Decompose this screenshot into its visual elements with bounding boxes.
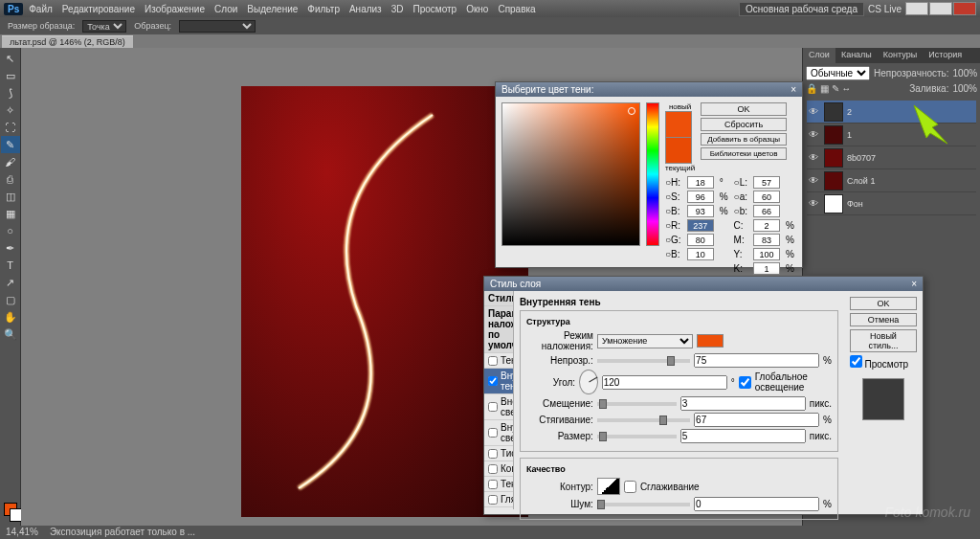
stamp-tool[interactable]: ⎙ bbox=[1, 170, 20, 188]
style-checkbox[interactable] bbox=[488, 428, 498, 438]
angle-input[interactable] bbox=[602, 375, 727, 390]
colorpicker-close-icon[interactable]: × bbox=[791, 84, 796, 95]
layer-name[interactable]: 1 bbox=[847, 130, 852, 140]
bv-input[interactable] bbox=[687, 248, 714, 260]
layer-row[interactable]: 👁Фон bbox=[807, 192, 976, 215]
style-item[interactable]: Контур bbox=[484, 461, 513, 477]
style-item[interactable]: Внешнее свечение bbox=[484, 394, 513, 420]
blur-tool[interactable]: ○ bbox=[1, 222, 20, 239]
color-libraries-button[interactable]: Библиотеки цветов bbox=[701, 147, 787, 160]
zoom-level[interactable]: 14,41% bbox=[6, 527, 38, 538]
zoom-tool[interactable]: 🔍 bbox=[1, 326, 20, 343]
contour-picker[interactable] bbox=[597, 478, 620, 495]
style-checkbox[interactable] bbox=[488, 356, 498, 366]
pen-tool[interactable]: ✒ bbox=[1, 239, 20, 257]
l-input[interactable] bbox=[753, 176, 780, 189]
colorpicker-cancel-button[interactable]: Сбросить bbox=[701, 118, 787, 131]
preview-checkbox[interactable]: Просмотр bbox=[850, 355, 917, 370]
antialias-checkbox[interactable] bbox=[624, 481, 636, 493]
visibility-icon[interactable]: 👁 bbox=[809, 152, 820, 164]
size-input[interactable] bbox=[680, 429, 806, 443]
style-checkbox[interactable] bbox=[488, 495, 498, 505]
sample-select[interactable] bbox=[179, 20, 256, 33]
style-item[interactable]: Текстура bbox=[484, 477, 513, 492]
maximize-button[interactable] bbox=[929, 2, 952, 15]
path-tool[interactable]: ↗ bbox=[1, 274, 20, 291]
tab-layers[interactable]: Слои bbox=[803, 48, 835, 63]
type-tool[interactable]: T bbox=[1, 257, 20, 274]
gradient-tool[interactable]: ▦ bbox=[1, 205, 20, 222]
m-input[interactable] bbox=[753, 234, 780, 246]
visibility-icon[interactable]: 👁 bbox=[809, 106, 820, 118]
colorpicker-ok-button[interactable]: OK bbox=[701, 102, 787, 116]
color-field[interactable] bbox=[501, 102, 640, 246]
menu-select[interactable]: Выделение bbox=[247, 4, 298, 14]
lasso-tool[interactable]: ⟆ bbox=[1, 84, 20, 101]
choke-input[interactable] bbox=[694, 413, 819, 427]
y-input[interactable] bbox=[753, 248, 780, 260]
opacity-input[interactable] bbox=[694, 353, 819, 368]
opacity-value[interactable]: 100% bbox=[953, 68, 978, 79]
move-tool[interactable]: ↖ bbox=[1, 50, 20, 67]
close-button[interactable] bbox=[953, 2, 976, 15]
style-item[interactable]: Наложение цвета bbox=[484, 507, 513, 509]
b2-input[interactable] bbox=[753, 205, 780, 217]
menu-filter[interactable]: Фильтр bbox=[307, 4, 340, 14]
eyedropper-tool[interactable]: ✎ bbox=[1, 136, 20, 153]
menu-view[interactable]: Просмотр bbox=[413, 4, 457, 14]
layer-name[interactable]: Фон bbox=[847, 199, 863, 209]
layer-name[interactable]: Слой 1 bbox=[847, 176, 875, 186]
fill-value[interactable]: 100% bbox=[952, 83, 977, 94]
hand-tool[interactable]: ✋ bbox=[1, 308, 20, 326]
style-item[interactable]: Внутреннее свечение bbox=[484, 420, 513, 446]
crop-tool[interactable]: ⛶ bbox=[1, 119, 20, 136]
workspace-switcher[interactable]: Основная рабочая среда bbox=[739, 2, 864, 16]
menu-window[interactable]: Окно bbox=[466, 4, 488, 14]
lock-icons[interactable]: 🔒 ▦ ✎ ↔ bbox=[806, 83, 851, 94]
blend-mode-select[interactable]: Обычные bbox=[806, 66, 870, 80]
menu-3d[interactable]: 3D bbox=[391, 4, 404, 14]
visibility-icon[interactable]: 👁 bbox=[809, 129, 820, 141]
global-light-checkbox[interactable] bbox=[739, 376, 751, 389]
style-checkbox[interactable] bbox=[488, 464, 498, 474]
layerstyle-close-icon[interactable]: × bbox=[911, 279, 917, 289]
style-checkbox[interactable] bbox=[488, 402, 498, 412]
style-checkbox[interactable] bbox=[488, 480, 498, 489]
k-input[interactable] bbox=[753, 262, 780, 275]
menu-help[interactable]: Справка bbox=[498, 4, 535, 14]
brush-tool[interactable]: 🖌 bbox=[1, 153, 20, 170]
layer-row[interactable]: 👁8b0707 bbox=[807, 146, 976, 169]
shadow-color[interactable] bbox=[697, 334, 724, 348]
style-checkbox[interactable] bbox=[488, 376, 498, 386]
r-input[interactable] bbox=[687, 219, 714, 232]
style-item[interactable]: Стили bbox=[484, 291, 513, 306]
tab-history[interactable]: История bbox=[923, 48, 968, 63]
menu-layers[interactable]: Слои bbox=[214, 4, 237, 14]
style-item[interactable]: Внутренняя тень bbox=[484, 369, 513, 394]
menu-image[interactable]: Изображение bbox=[145, 4, 205, 14]
hue-slider[interactable] bbox=[646, 102, 659, 246]
style-checkbox[interactable] bbox=[488, 449, 498, 459]
layerstyle-cancel-button[interactable]: Отмена bbox=[850, 313, 917, 326]
style-item[interactable]: Глянец bbox=[484, 492, 513, 507]
noise-slider[interactable] bbox=[597, 503, 690, 506]
a-input[interactable] bbox=[753, 191, 780, 203]
tab-paths[interactable]: Контуры bbox=[878, 48, 923, 63]
size-slider[interactable] bbox=[597, 435, 677, 438]
document-tab[interactable]: льтат.psd @ 146% (2, RGB/8) bbox=[2, 35, 133, 48]
menu-edit[interactable]: Редактирование bbox=[62, 4, 135, 14]
layerstyle-ok-button[interactable]: OK bbox=[850, 297, 917, 310]
h-input[interactable] bbox=[687, 176, 714, 189]
g-input[interactable] bbox=[687, 234, 714, 246]
b-input[interactable] bbox=[687, 205, 714, 217]
style-item[interactable]: Тень bbox=[484, 353, 513, 369]
c-input[interactable] bbox=[753, 219, 780, 232]
layer-row[interactable]: 👁Слой 1 bbox=[807, 169, 976, 192]
visibility-icon[interactable]: 👁 bbox=[809, 175, 820, 187]
wand-tool[interactable]: ✧ bbox=[1, 101, 20, 119]
menu-file[interactable]: Файл bbox=[29, 4, 53, 14]
new-style-button[interactable]: Новый стиль... bbox=[850, 329, 917, 352]
cslive-button[interactable]: CS Live bbox=[868, 4, 902, 14]
style-item[interactable]: Тиснение bbox=[484, 446, 513, 461]
add-swatch-button[interactable]: Добавить в образцы bbox=[701, 133, 787, 146]
